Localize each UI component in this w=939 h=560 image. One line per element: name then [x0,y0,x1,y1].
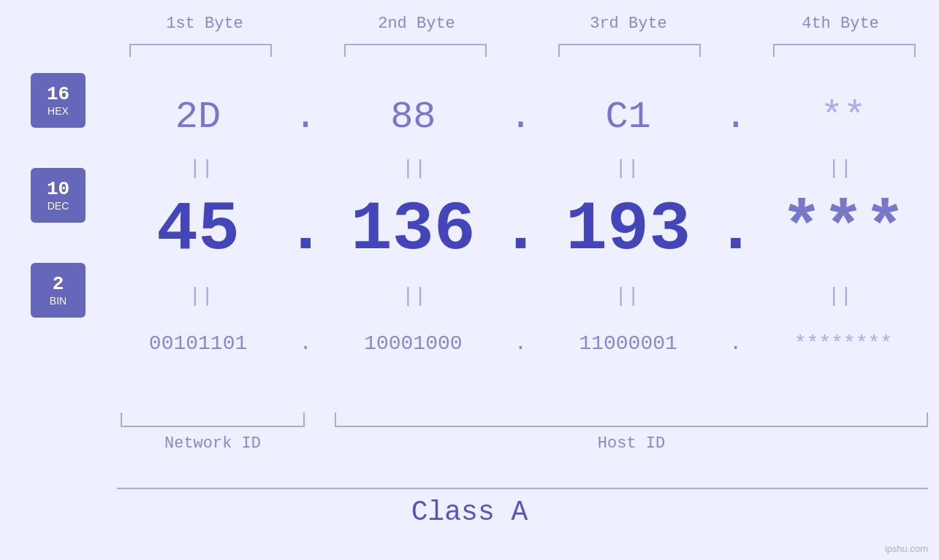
dec-b4-cell: *** [763,191,924,269]
eq2-b3: || [547,285,707,307]
hex-b2: 88 [390,96,436,139]
dec-dot1: . [287,191,324,269]
hex-b3-cell: C1 [548,96,709,139]
hex-dot1: . [287,96,324,139]
eq1-b1: || [121,157,281,180]
bracket-top-4 [773,44,916,57]
bin-dot2: . [502,332,539,355]
dec-dot2-char: . [500,191,541,269]
dec-b4: *** [780,191,905,269]
dec-badge: 10 DEC [31,168,85,223]
bin-dot1-char: . [300,332,312,355]
dec-dot3-char: . [715,191,756,269]
bin-dot3: . [718,332,754,355]
bracket-bottom-host [335,413,928,427]
bracket-top-1 [129,44,272,57]
bracket-bottom-network [121,413,305,427]
eq1-b2-char: || [402,157,427,180]
bin-dot2-char: . [514,332,527,355]
bin-number: 2 [53,274,64,295]
dec-dot1-char: . [285,191,327,269]
dec-number: 10 [47,179,69,200]
byte3-header: 3rd Byte [548,15,709,33]
bin-b4: ******** [794,332,892,355]
bin-b3-cell: 11000001 [548,332,709,355]
hex-dot2: . [502,96,539,139]
top-brackets [117,44,928,57]
bin-badge: 2 BIN [31,263,85,318]
host-id-label: Host ID [335,434,928,453]
equals-row-2: || || || || [113,281,928,310]
dec-b3-cell: 193 [548,191,709,269]
bin-b2: 10001000 [364,332,462,355]
byte4-header: 4th Byte [760,15,921,33]
hex-dot3: . [718,96,754,139]
base-badges: 16 HEX 10 DEC 2 BIN [31,73,85,318]
bracket-top-3 [558,44,701,57]
hex-b1: 2D [175,96,221,139]
dec-b1-cell: 45 [118,191,278,269]
dec-dot3: . [718,191,754,269]
eq1-b4: || [760,157,921,180]
bin-b2-cell: 10001000 [332,332,493,355]
eq2-b4-char: || [828,285,853,307]
hex-b4: ** [821,96,866,139]
class-label: Class A [0,496,939,528]
byte-headers: 1st Byte 2nd Byte 3rd Byte 4th Byte [117,15,928,33]
bin-dot3-char: . [729,332,742,355]
eq2-b4: || [760,285,921,307]
hex-dot3-char: . [724,96,747,139]
eq2-b2-char: || [402,285,427,307]
hex-row: 2D . 88 . C1 . ** [113,88,928,146]
dec-b3: 193 [566,191,691,269]
bin-b1: 00101101 [149,332,247,355]
byte1-header: 1st Byte [124,15,285,33]
hex-b3: C1 [605,96,650,139]
watermark: ipshu.com [885,543,928,554]
hex-b1-cell: 2D [118,96,278,139]
hex-dot1-char: . [294,96,317,139]
hex-badge: 16 HEX [31,73,85,128]
bin-b4-cell: ******** [763,332,924,355]
dec-dot2: . [502,191,539,269]
bin-dot1: . [287,332,324,355]
eq1-b1-char: || [189,157,214,180]
hex-b4-cell: ** [763,96,924,139]
eq1-b3-char: || [615,157,639,180]
hex-number: 16 [47,84,69,105]
hex-dot2-char: . [509,96,532,139]
main-container: 1st Byte 2nd Byte 3rd Byte 4th Byte 16 H… [0,0,939,560]
decimal-row: 45 . 136 . 193 . *** [113,186,928,274]
equals-row-1: || || || || [113,153,928,183]
eq2-b1-char: || [189,285,214,307]
dec-b2: 136 [351,191,476,269]
bin-label: BIN [50,295,66,307]
bin-b1-cell: 00101101 [118,332,278,355]
eq1-b4-char: || [828,157,853,180]
hex-label: HEX [47,105,69,117]
binary-row: 00101101 . 10001000 . 11000001 . *******… [113,314,928,372]
network-id-label: Network ID [121,434,305,453]
bracket-top-2 [344,44,487,57]
eq2-b3-char: || [615,285,639,307]
hex-b2-cell: 88 [332,96,493,139]
bin-b3: 11000001 [579,332,677,355]
class-line [117,488,928,489]
eq1-b2: || [334,157,495,180]
eq2-b1: || [121,285,281,307]
eq2-b2: || [334,285,495,307]
dec-b1: 45 [156,191,240,269]
dec-label: DEC [47,200,69,212]
dec-b2-cell: 136 [332,191,493,269]
byte2-header: 2nd Byte [336,15,497,33]
eq1-b3: || [547,157,707,180]
